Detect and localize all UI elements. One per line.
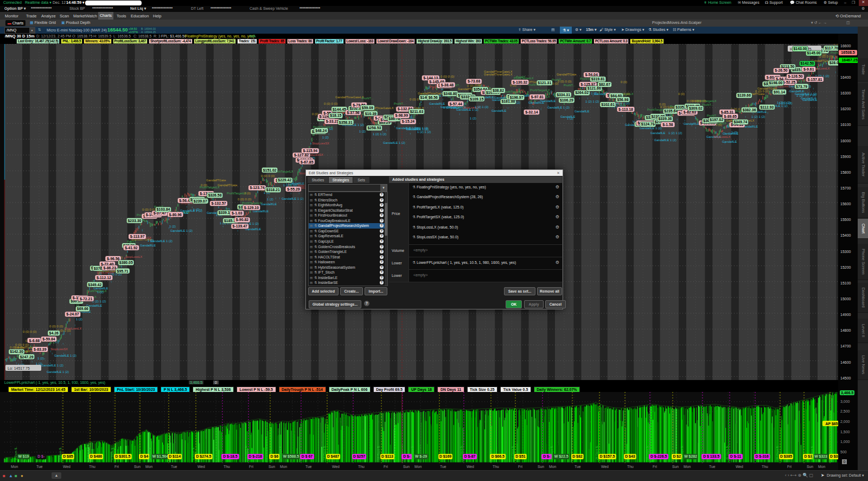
svg-text:1 (2) 1 (2): 1 (2) 1 (2)	[585, 100, 599, 103]
svg-text:GandalfLE 1 (2): GandalfLE 1 (2)	[54, 354, 76, 357]
svg-text:10 Days $..: 10 Days $..	[244, 445, 247, 460]
svg-text:↑: ↑	[442, 98, 444, 101]
svg-text:$247.29: $247.29	[20, 355, 34, 359]
svg-text:$-90.82: $-90.82	[236, 218, 249, 222]
svg-text:$143.00: $143.00	[794, 47, 807, 51]
svg-text:$6.56: $6.56	[429, 96, 438, 100]
svg-text:GandalfTGate: GandalfTGate	[557, 73, 576, 76]
svg-text:26 Days $..: 26 Days $..	[595, 445, 598, 460]
svg-text:0 (0) 0 (0): 0 (0) 0 (0)	[692, 99, 706, 103]
svg-text:W $19: W $19	[18, 454, 29, 459]
svg-text:↑: ↑	[167, 221, 169, 225]
svg-text:GandalfTimeGateLX: GandalfTimeGateLX	[335, 96, 364, 99]
svg-text:$102.61: $102.61	[601, 103, 615, 107]
svg-text:↑: ↑	[835, 71, 837, 74]
svg-text:↑: ↑	[298, 192, 300, 195]
svg-text:1 (2) 1 (2): 1 (2) 1 (2)	[668, 131, 682, 135]
svg-text:↑: ↑	[62, 342, 64, 345]
svg-text:StopLossLX: StopLossLX	[125, 255, 142, 258]
svg-text:1 (2) 1 (2): 1 (2) 1 (2)	[802, 93, 816, 97]
svg-text:0 (0) 0 (0): 0 (0) 0 (0)	[324, 102, 338, 105]
svg-text:↑: ↑	[31, 360, 33, 363]
svg-text:$82.67: $82.67	[599, 83, 610, 87]
svg-text:0 (0): 0 (0)	[623, 92, 630, 96]
svg-text:$48.24: $48.24	[315, 129, 327, 133]
svg-text:↑: ↑	[279, 197, 280, 200]
svg-text:$358.31: $358.31	[339, 121, 353, 125]
svg-text:$318.21: $318.21	[266, 188, 280, 192]
svg-text:↑: ↑	[628, 122, 630, 125]
svg-text:1 (2): 1 (2)	[731, 131, 738, 134]
svg-text:$-96.56: $-96.56	[107, 257, 120, 261]
svg-text:↑: ↑	[676, 118, 678, 121]
svg-text:D $301.5: D $301.5	[115, 454, 130, 459]
svg-text:$198.00: $198.00	[769, 81, 783, 85]
svg-text:$-157.81: $-157.81	[807, 78, 822, 82]
svg-text:$-126.50: $-126.50	[788, 74, 802, 79]
svg-text:D $6: D $6	[270, 454, 278, 459]
svg-text:D $169: D $169	[439, 454, 451, 459]
svg-text:1 (2): 1 (2)	[76, 318, 82, 321]
svg-text:$18.15: $18.15	[330, 113, 341, 118]
svg-text:$-57.44: $-57.44	[450, 102, 463, 106]
svg-text:28 Days $..: 28 Days $..	[646, 445, 649, 460]
svg-text:D $2: D $2	[673, 454, 681, 459]
svg-text:1 (2) 1 (2): 1 (2) 1 (2)	[414, 126, 429, 130]
svg-text:$151.02: $151.02	[263, 168, 277, 173]
svg-text:$-59.84: $-59.84	[42, 337, 55, 341]
svg-text:$-127.82: $-127.82	[294, 153, 309, 157]
svg-text:↑: ↑	[63, 352, 65, 355]
svg-text:W $1,504: W $1,504	[152, 454, 169, 459]
svg-text:↑: ↑	[52, 352, 53, 355]
svg-text:↑: ↑	[565, 108, 566, 111]
svg-text:↑: ↑	[111, 280, 112, 283]
svg-text:GandalfLE: GandalfLE	[650, 131, 666, 135]
svg-text:D $-226.5: D $-226.5	[650, 454, 667, 459]
svg-text:↑: ↑	[328, 132, 330, 136]
svg-text:↑: ↑	[724, 141, 726, 144]
svg-text:18 Days $..: 18 Days $..	[411, 445, 414, 460]
svg-text:D $-18.5: D $-18.5	[223, 454, 238, 459]
svg-text:$106.29: $106.29	[560, 98, 573, 103]
svg-text:D $-218: D $-218	[248, 454, 262, 459]
svg-text:$-24.07: $-24.07	[66, 312, 79, 317]
svg-text:1 (2): 1 (2)	[193, 208, 200, 211]
svg-text:↑: ↑	[58, 347, 59, 351]
svg-text:$211.63: $211.63	[410, 110, 424, 114]
svg-text:$-129.10: $-129.10	[244, 206, 259, 210]
svg-text:$196.97: $196.97	[510, 96, 524, 100]
svg-text:$139.66: $139.66	[737, 93, 751, 98]
svg-text:$-1.03: $-1.03	[232, 211, 242, 216]
svg-text:GandalfLE: GandalfLE	[802, 98, 818, 102]
svg-text:1 (2) 1 (2): 1 (2) 1 (2)	[475, 105, 489, 109]
svg-text:↑: ↑	[632, 119, 634, 123]
svg-text:↑: ↑	[622, 114, 623, 117]
svg-text:$-72.21: $-72.21	[80, 297, 93, 301]
svg-text:$117.70: $117.70	[825, 46, 838, 50]
svg-text:$-132.57: $-132.57	[211, 201, 226, 206]
svg-text:0 (0): 0 (0)	[621, 80, 627, 84]
svg-text:↑: ↑	[695, 126, 697, 129]
svg-text:$309.02: $309.02	[689, 106, 703, 111]
svg-text:$-9.61: $-9.61	[803, 67, 814, 72]
svg-text:↑: ↑	[297, 182, 299, 186]
svg-text:↑: ↑	[173, 230, 175, 233]
svg-text:24 Days $..: 24 Days $..	[550, 445, 553, 460]
svg-text:↑: ↑	[49, 362, 51, 365]
svg-text:$-86.23: $-86.23	[104, 266, 117, 270]
svg-text:1 (2) 1 (2): 1 (2) 1 (2)	[92, 300, 106, 303]
svg-text:$233.30: $233.30	[127, 219, 141, 223]
svg-text:ProfitT...: ProfitT...	[394, 102, 406, 105]
svg-text:GandalfILE: GandalfILE	[261, 202, 277, 206]
svg-text:StopLossSX: StopLossSX	[50, 347, 68, 351]
svg-text:GandalfLE 1 (2): GandalfLE 1 (2)	[47, 370, 69, 374]
svg-text:$145.00: $145.00	[807, 51, 821, 55]
svg-text:↑: ↑	[386, 129, 387, 132]
svg-text:↑: ↑	[532, 105, 534, 108]
svg-text:↑: ↑	[579, 97, 580, 100]
svg-text:GandalfLE 1 (2): GandalfLE 1 (2)	[41, 364, 63, 367]
svg-text:8 Days $..: 8 Days $..	[192, 446, 195, 460]
svg-text:D $43: D $43	[625, 454, 635, 459]
svg-text:$-67.85: $-67.85	[301, 160, 314, 164]
svg-text:↑: ↑	[74, 324, 76, 327]
